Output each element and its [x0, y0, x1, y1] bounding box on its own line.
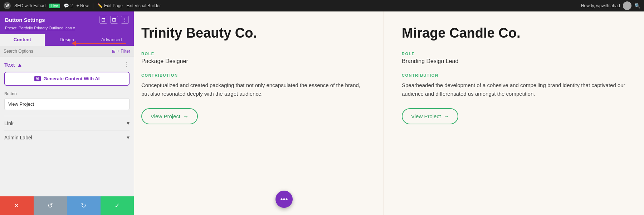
admin-bar-left: W SEO with Fahad Live 💬 2 + New | ✏️ Edi…: [4, 2, 577, 9]
card-mirage-title: Mirage Candle Co.: [402, 26, 626, 41]
card-trinity: Trinity Beauty Co. ROLE Package Designer…: [134, 11, 384, 215]
save-button[interactable]: ✓: [101, 196, 134, 215]
arrow-head-icon: [72, 41, 76, 46]
fab-button[interactable]: •••: [275, 191, 293, 208]
wp-logo-icon[interactable]: W: [4, 2, 11, 9]
content-area: Trinity Beauty Co. ROLE Package Designer…: [134, 11, 644, 215]
admin-bar-divider: |: [92, 3, 94, 9]
panel-header: Button Settings ⊡ ⊞ ⋮ Preset: Portfolio …: [0, 11, 134, 34]
text-section-more[interactable]: ⋮: [124, 61, 130, 68]
panel-preset: Preset: Portfolio Primary Outlined Icon …: [5, 26, 129, 30]
card-trinity-contribution-label: CONTRIBUTION: [141, 73, 366, 77]
panel-header-top: Button Settings ⊡ ⊞ ⋮: [5, 16, 129, 24]
card-mirage-role-value: Branding Design Lead: [402, 58, 626, 64]
text-section-label: Text: [4, 62, 15, 68]
avatar: [623, 1, 631, 10]
tab-content[interactable]: Content: [0, 34, 45, 46]
card-trinity-title: Trinity Beauty Co.: [141, 26, 366, 41]
card-trinity-contribution-text: Conceptualized and created packaging tha…: [141, 81, 366, 98]
preset-text[interactable]: Preset: Portfolio Primary Outlined Icon …: [5, 26, 75, 30]
card-mirage-arrow-icon: →: [444, 113, 449, 119]
admin-label-section-title: Admin Label: [4, 135, 32, 140]
redo-button[interactable]: ↻: [67, 196, 101, 215]
arrow-line: [76, 43, 126, 44]
panel-icon-more[interactable]: ⋮: [121, 16, 129, 24]
text-section-title: Text ▲: [4, 62, 23, 68]
admin-label-section-header[interactable]: Admin Label ▾: [4, 134, 130, 141]
undo-icon: ↺: [48, 202, 53, 210]
admin-bar: W SEO with Fahad Live 💬 2 + New | ✏️ Edi…: [0, 0, 644, 11]
link-chevron-icon: ▾: [127, 120, 130, 126]
text-section-toggle[interactable]: ▲: [17, 62, 23, 68]
bottom-bar: ✕ ↺ ↻ ✓: [0, 196, 134, 215]
panel-icon-grid[interactable]: ⊞: [110, 16, 118, 24]
card-mirage: Mirage Candle Co. ROLE Branding Design L…: [384, 11, 644, 215]
panel-content: Text ▲ ⋮ AI Generate Content With AI But…: [0, 57, 134, 196]
filter-button[interactable]: ⊞ + Filter: [112, 49, 130, 54]
admin-bar-comments[interactable]: 💬 2: [64, 3, 73, 8]
admin-bar-edit-page[interactable]: ✏️ Edit Page: [97, 3, 123, 8]
main-layout: Button Settings ⊡ ⊞ ⋮ Preset: Portfolio …: [0, 11, 644, 215]
undo-button[interactable]: ↺: [34, 196, 67, 215]
admin-label-chevron-icon: ▾: [127, 134, 130, 141]
filter-label: + Filter: [117, 49, 130, 54]
admin-bar-right: Howdy, wpwithfahad 🔍: [581, 1, 640, 10]
ai-generate-label: Generate Content With AI: [44, 76, 100, 81]
panel-icon-resize[interactable]: ⊡: [99, 16, 107, 24]
card-trinity-view-project-button[interactable]: View Project →: [141, 108, 198, 124]
ai-generate-button[interactable]: AI Generate Content With AI: [4, 72, 130, 86]
cancel-icon: ✕: [14, 202, 19, 210]
red-arrow-indicator: [72, 41, 126, 46]
card-trinity-role-label: ROLE: [141, 52, 366, 56]
search-input[interactable]: [4, 49, 110, 54]
button-section-label: Button: [4, 91, 130, 96]
admin-bar-new[interactable]: + New: [76, 3, 88, 8]
link-section: Link ▾: [4, 116, 130, 130]
button-text-input[interactable]: [4, 98, 130, 110]
filter-icon: ⊞: [112, 49, 116, 54]
card-trinity-arrow-icon: →: [183, 113, 189, 119]
left-panel: Button Settings ⊡ ⊞ ⋮ Preset: Portfolio …: [0, 11, 134, 215]
card-mirage-contribution-text: Spearheaded the development of a cohesiv…: [402, 81, 626, 98]
admin-bar-exit-builder[interactable]: Exit Visual Builder: [126, 3, 161, 8]
admin-label-section: Admin Label ▾: [4, 130, 130, 144]
card-mirage-button-label: View Project: [411, 113, 441, 119]
admin-bar-site-name[interactable]: SEO with Fahad: [14, 3, 45, 8]
card-mirage-role-label: ROLE: [402, 52, 626, 56]
redo-icon: ↻: [81, 202, 86, 210]
cancel-button[interactable]: ✕: [0, 196, 34, 215]
search-icon[interactable]: 🔍: [634, 3, 640, 9]
card-mirage-view-project-button[interactable]: View Project →: [402, 108, 458, 124]
search-bar: ⊞ + Filter: [0, 46, 134, 57]
card-mirage-contribution-label: CONTRIBUTION: [402, 73, 626, 77]
panel-title: Button Settings: [5, 17, 45, 23]
text-section-header: Text ▲ ⋮: [4, 61, 130, 68]
save-icon: ✓: [114, 202, 120, 210]
panel-header-icons: ⊡ ⊞ ⋮: [99, 16, 129, 24]
admin-bar-greeting: Howdy, wpwithfahad: [581, 3, 620, 8]
cards-container: Trinity Beauty Co. ROLE Package Designer…: [134, 11, 644, 215]
link-section-title: Link: [4, 120, 14, 126]
live-badge: Live: [49, 4, 60, 8]
card-trinity-role-value: Package Designer: [141, 58, 366, 64]
card-trinity-button-label: View Project: [151, 113, 180, 119]
link-section-header[interactable]: Link ▾: [4, 120, 130, 126]
ai-badge-icon: AI: [34, 76, 41, 81]
